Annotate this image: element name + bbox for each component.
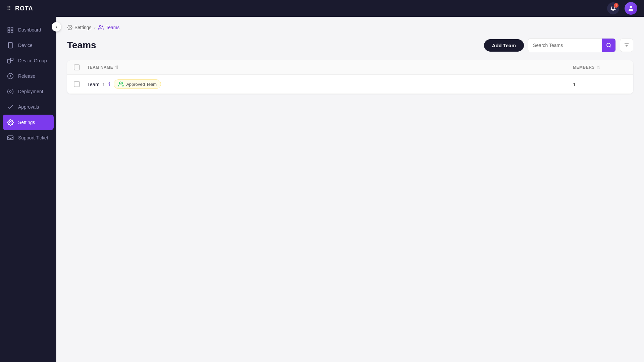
header-checkbox-cell [74,64,87,70]
row-checkbox-cell [74,81,87,87]
sidebar-item-dashboard[interactable]: Dashboard [0,22,56,38]
svg-point-15 [100,25,101,27]
search-button[interactable] [602,39,615,52]
teams-table: TEAM NAME ⇅ MEMBERS ⇅ Team_1 ℹ [67,60,633,94]
sidebar-item-deployment[interactable]: Deployment [0,84,56,99]
add-team-button[interactable]: Add Team [484,39,524,52]
deployment-icon [7,88,14,95]
notification-bell[interactable]: 1 [607,2,619,14]
members-cell: 1 [573,81,627,87]
dashboard-icon [7,26,14,34]
sidebar-label-settings: Settings [18,120,35,125]
approved-team-badge: Approved Team [114,79,161,89]
search-icon [606,43,611,48]
search-input[interactable] [528,40,602,51]
breadcrumb-separator: › [94,25,96,30]
svg-point-21 [119,82,121,84]
topbar-right: 1 [607,2,637,15]
svg-point-14 [69,27,70,28]
support-ticket-icon [7,134,14,141]
sidebar-collapse-button[interactable] [52,22,61,32]
sidebar-label-support-ticket: Support Ticket [18,135,48,140]
avatar-icon [627,5,635,12]
svg-rect-3 [8,31,10,33]
device-icon [7,42,14,49]
approvals-icon [7,103,14,111]
sidebar-item-support-ticket[interactable]: Support Ticket [0,130,56,145]
page-header: Teams Add Team [67,38,633,52]
sidebar-label-device-group: Device Group [18,58,47,63]
column-header-members: MEMBERS ⇅ [573,65,627,70]
sidebar-label-approvals: Approvals [18,104,39,110]
page-title: Teams [67,40,96,51]
approved-badge-label: Approved Team [126,82,157,87]
page-header-actions: Add Team [484,38,633,52]
sidebar-label-dashboard: Dashboard [18,27,41,33]
breadcrumb-teams-label: Teams [106,25,119,30]
table-row[interactable]: Team_1 ℹ Approved Team 1 [67,75,633,94]
column-header-team-name: TEAM NAME ⇅ [87,65,573,70]
device-group-icon [7,57,14,64]
app-logo: ROTA [15,5,33,12]
breadcrumb-settings[interactable]: Settings [67,25,92,30]
svg-point-0 [630,6,632,8]
sort-team-name-icon[interactable]: ⇅ [115,65,119,70]
filter-button[interactable] [620,39,633,52]
sidebar-label-deployment: Deployment [18,89,43,94]
main-content: Settings › Teams Teams Add Team [56,17,644,362]
svg-rect-4 [11,31,13,33]
search-box [528,38,616,52]
svg-rect-1 [8,27,10,29]
grid-icon[interactable]: ⠿ [7,5,11,12]
table-header: TEAM NAME ⇅ MEMBERS ⇅ [67,60,633,75]
team-name: Team_1 [87,81,105,87]
sort-members-icon[interactable]: ⇅ [597,65,600,70]
user-avatar[interactable] [625,2,637,15]
svg-rect-7 [8,59,10,63]
breadcrumb-settings-label: Settings [74,25,92,30]
select-all-checkbox[interactable] [74,64,80,70]
sidebar: Dashboard Device Device Group Release [0,17,56,362]
svg-point-16 [607,43,610,47]
sidebar-label-device: Device [18,43,33,48]
svg-line-17 [610,46,611,47]
sidebar-label-release: Release [18,73,35,79]
breadcrumb: Settings › Teams [67,25,633,30]
teams-breadcrumb-icon [98,25,104,30]
topbar-left: ⠿ ROTA [7,5,33,12]
sidebar-item-settings[interactable]: Settings [3,115,54,130]
topbar: ⠿ ROTA 1 [0,0,644,17]
svg-rect-2 [11,27,13,29]
settings-breadcrumb-icon [67,25,72,30]
svg-rect-8 [10,58,13,61]
filter-icon [624,42,630,48]
sidebar-item-release[interactable]: Release [0,68,56,84]
sidebar-item-device-group[interactable]: Device Group [0,53,56,68]
team-info-icon[interactable]: ℹ [108,81,110,87]
settings-icon [7,119,14,126]
row-checkbox[interactable] [74,81,80,87]
notification-badge: 1 [614,3,619,8]
svg-point-11 [10,91,11,93]
team-name-cell: Team_1 ℹ Approved Team [87,79,573,89]
svg-point-12 [10,122,11,123]
release-icon [7,72,14,80]
sidebar-item-approvals[interactable]: Approvals [0,99,56,115]
breadcrumb-current: Teams [98,25,119,30]
sidebar-item-device[interactable]: Device [0,38,56,53]
approved-badge-icon [118,81,124,87]
